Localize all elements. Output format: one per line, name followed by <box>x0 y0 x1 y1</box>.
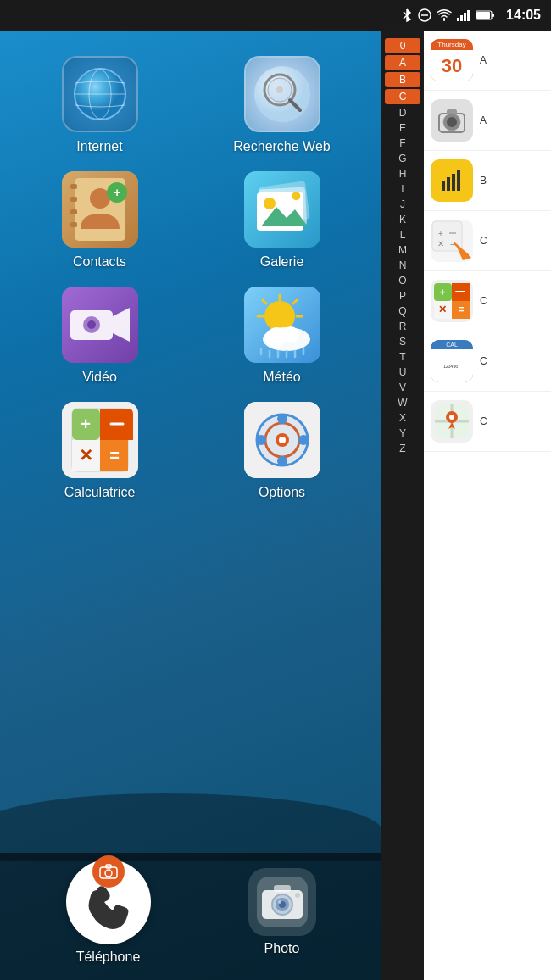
alpha-A[interactable]: A <box>385 55 420 70</box>
svg-rect-98 <box>447 109 457 114</box>
alpha-Q[interactable]: Q <box>381 303 424 319</box>
svg-rect-5 <box>460 15 463 21</box>
app-item-calculatrice[interactable]: + ✕ = Calculatrice <box>17 402 182 500</box>
maps-app-icon <box>431 400 473 443</box>
svg-rect-27 <box>70 184 77 189</box>
app-item-options[interactable]: Options <box>199 402 365 500</box>
status-bar: 14:05 <box>0 0 551 31</box>
alpha-H[interactable]: H <box>381 166 424 181</box>
galerie-label: Galerie <box>260 254 304 270</box>
svg-text:=: = <box>458 303 464 315</box>
svg-rect-101 <box>447 177 450 191</box>
home-screen: Internet <box>0 31 381 980</box>
svg-rect-93 <box>274 885 291 892</box>
list-item-camera[interactable]: A <box>424 91 551 151</box>
svg-point-81 <box>298 435 309 445</box>
alpha-K[interactable]: K <box>381 212 424 227</box>
calendar2-app-icon: CAL 1234567 <box>431 340 473 382</box>
meteo-icon <box>244 287 320 363</box>
video-icon <box>62 287 138 363</box>
alpha-P[interactable]: P <box>381 288 424 303</box>
dock-item-photo[interactable]: Photo <box>248 868 316 956</box>
alpha-G[interactable]: G <box>381 151 424 166</box>
alpha-N[interactable]: N <box>381 258 424 273</box>
app-item-video[interactable]: Vidéo <box>17 287 182 385</box>
calc2-list-svg: + ✕ = <box>431 220 473 262</box>
alpha-0[interactable]: 0 <box>385 38 420 53</box>
galerie-svg <box>244 171 320 248</box>
svg-point-54 <box>282 326 299 343</box>
alpha-L[interactable]: L <box>381 227 424 242</box>
svg-rect-102 <box>452 174 455 191</box>
svg-point-78 <box>277 414 287 424</box>
sim-list-svg <box>435 164 469 198</box>
alpha-B[interactable]: B <box>385 72 420 87</box>
calc2-app-icon: + ✕ = <box>431 220 473 262</box>
alpha-C[interactable]: C <box>385 89 420 104</box>
alpha-E[interactable]: E <box>381 120 424 136</box>
svg-point-96 <box>447 117 457 127</box>
svg-rect-9 <box>476 12 490 19</box>
contacts-icon: + <box>62 171 138 248</box>
alpha-S[interactable]: S <box>381 334 424 349</box>
alpha-I[interactable]: I <box>381 181 424 197</box>
alpha-O[interactable]: O <box>381 273 424 288</box>
alpha-R[interactable]: R <box>381 319 424 334</box>
list-item-calendar[interactable]: Thursday 30 A <box>424 31 551 91</box>
svg-text:✕: ✕ <box>78 446 92 465</box>
alpha-V[interactable]: V <box>381 380 424 395</box>
globe-svg <box>70 64 130 124</box>
svg-rect-30 <box>70 222 77 227</box>
app-item-meteo[interactable]: Météo <box>199 287 365 385</box>
alpha-T[interactable]: T <box>381 349 424 365</box>
list-item-maps[interactable]: C <box>424 392 551 452</box>
calc3-list-svg: + ✕ = <box>432 281 471 320</box>
alpha-Y[interactable]: Y <box>381 426 424 441</box>
svg-text:✕: ✕ <box>438 303 447 315</box>
alpha-U[interactable]: U <box>381 365 424 380</box>
svg-text:=: = <box>109 446 120 465</box>
list-item-calc3[interactable]: + ✕ = C <box>424 271 551 331</box>
app-item-galerie[interactable]: Galerie <box>199 171 365 270</box>
bluetooth-icon <box>401 8 413 22</box>
svg-rect-86 <box>106 865 111 868</box>
calendar-app-icon: Thursday 30 <box>431 39 473 81</box>
list-item-calc2[interactable]: + ✕ = C <box>424 211 551 271</box>
app-item-contacts[interactable]: + Contacts <box>17 171 182 270</box>
dock-item-telephone[interactable]: Téléphone <box>66 860 151 965</box>
svg-point-83 <box>279 437 286 443</box>
app-item-recherche[interactable]: Recherche Web <box>199 56 365 154</box>
dock: Téléphone Phot <box>0 853 381 980</box>
photo-icon <box>248 868 316 936</box>
signal-icon <box>457 9 470 21</box>
alpha-W[interactable]: W <box>381 395 424 410</box>
list-item-sim[interactable]: B <box>424 151 551 211</box>
contacts-svg: + <box>62 171 138 248</box>
search-svg <box>253 64 312 124</box>
svg-rect-100 <box>442 181 445 191</box>
internet-icon <box>62 56 138 132</box>
maps-list-svg <box>432 402 471 441</box>
alpha-X[interactable]: X <box>381 410 424 426</box>
svg-rect-29 <box>70 209 77 214</box>
app-grid: Internet <box>0 31 381 517</box>
alpha-M[interactable]: M <box>381 242 424 258</box>
list-item-calendar2[interactable]: CAL 1234567 C <box>424 331 551 392</box>
app-item-internet[interactable]: Internet <box>17 56 182 154</box>
svg-text:+: + <box>438 229 443 238</box>
svg-point-23 <box>276 86 283 93</box>
svg-text:+: + <box>439 287 445 298</box>
alpha-D[interactable]: D <box>381 105 424 120</box>
list-label-calc2: C <box>480 235 487 247</box>
phone-handset-svg <box>84 882 133 931</box>
alpha-J[interactable]: J <box>381 197 424 212</box>
list-label-calendar: A <box>480 54 487 66</box>
svg-rect-6 <box>464 13 466 21</box>
alpha-Z[interactable]: Z <box>381 441 424 456</box>
meteo-svg <box>244 287 320 363</box>
alpha-F[interactable]: F <box>381 136 424 151</box>
svg-rect-10 <box>492 14 494 17</box>
alpha-panel: 0 A B C D E F G H I J K L M N O P Q R S … <box>381 31 424 980</box>
svg-point-123 <box>449 415 454 420</box>
svg-rect-4 <box>457 18 459 21</box>
